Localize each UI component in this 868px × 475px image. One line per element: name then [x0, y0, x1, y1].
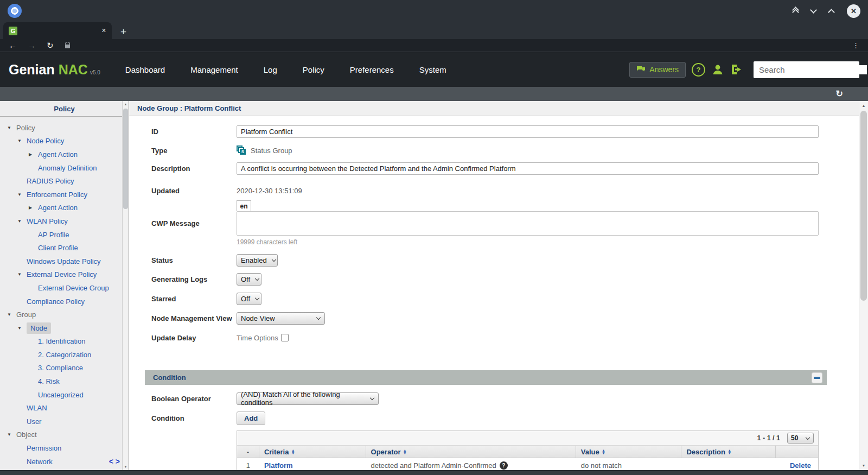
collapse-right-icon[interactable]: >	[116, 457, 120, 466]
scroll-down-icon[interactable]: ▼	[123, 465, 129, 468]
nav-item-log[interactable]: Log	[264, 65, 277, 74]
column-header-label: Description	[686, 448, 725, 456]
sidebar-item-1-identification[interactable]: 1. Identification	[0, 335, 129, 349]
nav-item-system[interactable]: System	[419, 65, 446, 74]
description-input[interactable]	[237, 162, 819, 175]
scroll-down-icon[interactable]: ▼	[859, 464, 868, 467]
question-icon[interactable]: ?	[500, 461, 508, 470]
column-header-value[interactable]: Value▴▾	[576, 446, 682, 458]
delete-link[interactable]: Delete	[790, 461, 811, 470]
app-header: Genian NAC v5.0 DashboardManagementLogPo…	[0, 52, 868, 87]
sidebar-item-agent-action[interactable]: ▶Agent Action	[0, 148, 129, 161]
sidebar-item-external-device-group[interactable]: External Device Group	[0, 281, 129, 295]
column-header-operator[interactable]: Operator▴▾	[366, 446, 576, 458]
sidebar-item-radius-policy[interactable]: RADIUS Policy	[0, 174, 129, 188]
actions-cell: Delete	[776, 461, 818, 470]
sidebar-item-label: WLAN	[27, 404, 47, 412]
time-options-checkbox[interactable]	[281, 334, 289, 341]
sidebar-item-uncategorized[interactable]: Uncategorized	[0, 388, 129, 402]
address-bar: ← → ↻ ⋮	[0, 39, 868, 52]
id-label: ID	[151, 128, 237, 136]
scrollbar-thumb[interactable]	[860, 111, 867, 301]
sidebar-item-user[interactable]: User	[0, 415, 129, 428]
answers-label: Answers	[649, 65, 679, 74]
sidebar-scrollbar[interactable]: ▲ ▼	[122, 101, 129, 470]
column-header-criteria[interactable]: Criteria▴▾	[259, 446, 366, 458]
sidebar-item-client-profile[interactable]: Client Profile	[0, 241, 129, 255]
condition-table: 1 - 1 / 1 50 -Criteria▴▾Operator▴▾Value▴…	[237, 430, 819, 470]
user-icon[interactable]	[711, 63, 724, 76]
scrollbar-thumb[interactable]	[123, 109, 128, 209]
search-input[interactable]	[759, 65, 867, 74]
sort-icon[interactable]: ▴▾	[729, 449, 731, 454]
starred-select[interactable]: Off	[237, 293, 261, 305]
sidebar-item-external-device-policy[interactable]: ▼External Device Policy	[0, 268, 129, 282]
page-size-select[interactable]: 50	[787, 433, 814, 444]
scroll-up-icon[interactable]: ▲	[859, 104, 868, 107]
boolean-operator-select[interactable]: (AND) Match All of the following conditi…	[237, 392, 379, 405]
window-minimize-button[interactable]	[811, 8, 816, 15]
starred-label: Starred	[151, 295, 237, 303]
sidebar-item-wlan-policy[interactable]: ▼WLAN Policy	[0, 214, 129, 228]
status-select[interactable]: Enabled	[237, 254, 278, 267]
browser-menu-icon[interactable]: ⋮	[852, 41, 859, 49]
logout-icon[interactable]	[730, 64, 743, 75]
sidebar-item-anomaly-definition[interactable]: Anomaly Definition	[0, 161, 129, 175]
sidebar-item-label: 2. Categorization	[38, 351, 91, 359]
nav-item-management[interactable]: Management	[190, 65, 238, 74]
sidebar-item-permission[interactable]: Permission	[0, 441, 129, 455]
brand-logo[interactable]: Genian NAC v5.0	[9, 62, 100, 78]
sort-icon[interactable]: ▴▾	[292, 449, 294, 454]
scroll-up-icon[interactable]: ▲	[123, 103, 129, 106]
window-maximize-button[interactable]	[829, 8, 834, 15]
nav-item-policy[interactable]: Policy	[303, 65, 324, 74]
sidebar-item-4-risk[interactable]: 4. Risk	[0, 375, 129, 388]
nav-item-preferences[interactable]: Preferences	[350, 65, 394, 74]
nav-item-dashboard[interactable]: Dashboard	[125, 65, 165, 74]
collapse-section-button[interactable]	[812, 372, 822, 383]
forward-icon[interactable]: →	[28, 41, 36, 49]
main-scrollbar[interactable]: ▲ ▼	[859, 101, 868, 470]
refresh-icon[interactable]: ↻	[836, 90, 843, 98]
generating-logs-select[interactable]: Off	[237, 273, 261, 286]
tree-down-icon: ▼	[17, 326, 27, 331]
sidebar-item-ap-profile[interactable]: AP Profile	[0, 228, 129, 242]
sidebar-item-policy[interactable]: ▼Policy	[0, 121, 129, 135]
sidebar-item-label: 3. Compliance	[38, 364, 83, 372]
new-tab-button[interactable]: +	[120, 27, 126, 37]
sidebar-item-node[interactable]: ▼Node	[0, 321, 129, 335]
window-shade-button[interactable]	[793, 8, 798, 15]
help-icon[interactable]: ?	[692, 63, 705, 77]
sidebar-item-3-compliance[interactable]: 3. Compliance	[0, 362, 129, 375]
sidebar-item-object[interactable]: ▼Object	[0, 428, 129, 442]
add-button[interactable]: Add	[237, 411, 265, 425]
tab-close-icon[interactable]: ✕	[101, 27, 106, 34]
cwp-message-textarea[interactable]	[237, 211, 819, 236]
window-close-button[interactable]: ✕	[847, 4, 860, 18]
column-header-description[interactable]: Description▴▾	[681, 446, 776, 458]
tab-favicon: G	[9, 27, 17, 35]
sidebar-item-node-policy[interactable]: ▼Node Policy	[0, 135, 129, 148]
cwp-lang-tab[interactable]: en	[237, 200, 251, 211]
id-input[interactable]	[237, 125, 819, 138]
sidebar-item-enforcement-policy[interactable]: ▼Enforcement Policy	[0, 188, 129, 201]
sidebar-item-2-categorization[interactable]: 2. Categorization	[0, 348, 129, 362]
sidebar-item-windows-update-policy[interactable]: Windows Update Policy	[0, 255, 129, 268]
sidebar-item-agent-action[interactable]: ▶Agent Action	[0, 201, 129, 215]
node-management-view-select[interactable]: Node View	[237, 312, 325, 325]
reload-icon[interactable]: ↻	[47, 41, 54, 49]
sidebar-item-network[interactable]: Network<>	[0, 455, 129, 468]
back-icon[interactable]: ←	[9, 41, 17, 49]
browser-tab[interactable]: G ✕	[3, 22, 112, 39]
collapse-left-icon[interactable]: <	[109, 457, 113, 466]
sidebar-item-wlan[interactable]: WLAN	[0, 401, 129, 415]
sort-icon[interactable]: ▴▾	[404, 449, 406, 454]
sort-icon[interactable]: ▴▾	[603, 449, 605, 454]
answers-button[interactable]: Answers	[629, 62, 686, 78]
chevron-down-icon	[255, 295, 259, 300]
sidebar-item-label: Agent Action	[38, 204, 78, 212]
sidebar-collapse-controls[interactable]: <>	[109, 457, 120, 466]
sidebar-item-group[interactable]: ▼Group	[0, 308, 129, 321]
sidebar-item-compliance-policy[interactable]: Compliance Policy	[0, 295, 129, 308]
criteria-link[interactable]: Platform	[259, 461, 366, 470]
